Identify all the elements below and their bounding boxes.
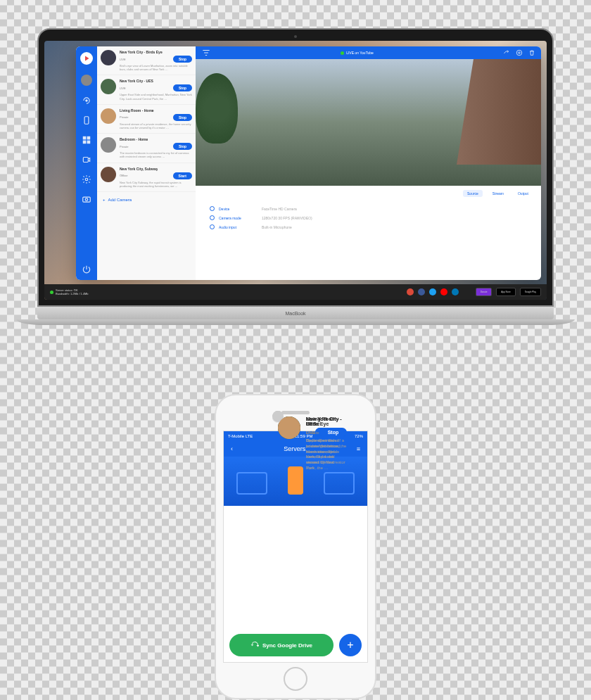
camera-title: Bedroom - Home bbox=[120, 137, 148, 141]
camera-status: Offline bbox=[120, 174, 128, 177]
add-camera-label: Add Camera bbox=[108, 198, 132, 202]
live-indicator: LIVE on YouTube bbox=[341, 51, 374, 55]
google-icon[interactable] bbox=[407, 288, 414, 295]
audio-label[interactable]: Audio input bbox=[219, 225, 258, 229]
iphone-speaker bbox=[281, 411, 310, 414]
macbook-mockup: New York City - Birds Eye LIVEStop Bird'… bbox=[37, 28, 554, 325]
iphone-body: T-Mobile LTE 11:59 PM 72% ‹ Servers ≡ Ne… bbox=[215, 394, 376, 699]
camera-desc: Upper East Side and neighborhood, Manhat… bbox=[120, 93, 192, 100]
camera-desc: Bird's eye view of Lower Manhattan, zoom… bbox=[120, 64, 192, 71]
video-preview[interactable] bbox=[196, 59, 541, 186]
camera-thumb bbox=[101, 50, 116, 65]
live-dot-icon bbox=[341, 51, 344, 55]
radio-icon[interactable] bbox=[210, 206, 215, 211]
menu-icon[interactable]: ≡ bbox=[357, 445, 360, 452]
appstore-button[interactable]: App Store bbox=[496, 288, 515, 296]
camera-thumb bbox=[101, 137, 116, 153]
camera-icon[interactable] bbox=[82, 96, 91, 106]
donate-button[interactable]: Donate bbox=[476, 288, 493, 296]
tab-stream[interactable]: Stream bbox=[488, 190, 508, 197]
device-label[interactable]: Device bbox=[219, 207, 258, 211]
macbook-display: New York City - Birds Eye LIVEStop Bird'… bbox=[44, 41, 547, 300]
row-device: DeviceFaceTime HD Camera bbox=[210, 204, 527, 213]
macbook-label: MacBook bbox=[285, 311, 305, 316]
svg-rect-6 bbox=[83, 158, 88, 163]
app-sidebar bbox=[76, 46, 97, 280]
camera-title: New York City - UES bbox=[120, 79, 153, 83]
settings-icon[interactable] bbox=[82, 174, 91, 184]
hero-phone-icon bbox=[288, 466, 303, 495]
mode-value: 1280x720 30 FPS (RAWVIDEO) bbox=[262, 216, 312, 220]
radio-icon[interactable] bbox=[210, 224, 215, 229]
camera-title: New York City, Subway bbox=[120, 167, 158, 171]
sync-label: Sync Google Drive bbox=[262, 642, 312, 649]
camera-item[interactable]: Living Room - Home PrivateStop Secured s… bbox=[97, 105, 196, 134]
svg-rect-8 bbox=[83, 197, 91, 202]
svg-point-0 bbox=[85, 99, 88, 102]
app-topbar: LIVE on YouTube bbox=[196, 46, 541, 59]
phone-camera-list: New York City - Birds Eye LIVEStop Bird'… bbox=[224, 506, 367, 628]
svg-point-7 bbox=[85, 178, 88, 181]
audio-value: Built-in Microphone bbox=[262, 225, 292, 229]
back-icon[interactable]: ‹ bbox=[231, 445, 233, 452]
camera-item[interactable]: Bedroom - Home PrivateStop The master be… bbox=[97, 134, 196, 163]
share-icon[interactable] bbox=[503, 49, 510, 56]
trash-icon[interactable] bbox=[528, 49, 535, 56]
camera-start-button[interactable]: Start bbox=[173, 172, 192, 179]
main-panel: LIVE on YouTube Source Stream Output Dev… bbox=[196, 46, 541, 280]
camera-item[interactable]: New York City - Birds Eye LIVEStop Bird'… bbox=[97, 46, 196, 75]
facebook-icon[interactable] bbox=[418, 288, 425, 295]
mode-label[interactable]: Camera mode bbox=[219, 216, 258, 220]
app-footer: Server status: OKBandwidth: 1.2Mb / 1.4M… bbox=[44, 284, 547, 300]
device-value: FaceTime HD Camera bbox=[262, 207, 297, 211]
camera-thumb bbox=[101, 108, 116, 124]
grid-icon[interactable] bbox=[82, 135, 91, 145]
app-logo[interactable] bbox=[80, 52, 93, 65]
macbook-screen-bezel: New York City - Birds Eye LIVEStop Bird'… bbox=[37, 28, 554, 307]
camera-title: New York City - Birds Eye bbox=[120, 50, 163, 54]
app-window: New York City - Birds Eye LIVEStop Bird'… bbox=[76, 46, 541, 280]
home-button[interactable] bbox=[284, 667, 307, 691]
svg-rect-2 bbox=[83, 136, 87, 140]
tab-source[interactable]: Source bbox=[463, 190, 483, 197]
header-title: Servers bbox=[284, 445, 305, 452]
phone-icon[interactable] bbox=[82, 115, 91, 125]
linkedin-icon[interactable] bbox=[452, 288, 459, 295]
add-camera-button[interactable]: +Add Camera bbox=[97, 192, 196, 208]
battery-text: 72% bbox=[355, 434, 363, 438]
youtube-icon[interactable] bbox=[440, 288, 447, 295]
camera-desc: Secured stream of a private residence, t… bbox=[120, 122, 192, 129]
macbook-camera-dot bbox=[294, 35, 297, 38]
camera-status: Private bbox=[120, 115, 128, 119]
add-button[interactable]: + bbox=[339, 634, 362, 656]
user-avatar[interactable] bbox=[81, 75, 92, 86]
snapshot-icon[interactable] bbox=[82, 194, 91, 204]
camera-status: Private bbox=[120, 145, 128, 148]
camera-stop-button[interactable]: Stop bbox=[173, 56, 192, 63]
svg-point-9 bbox=[85, 198, 88, 201]
iphone-mockup: T-Mobile LTE 11:59 PM 72% ‹ Servers ≡ Ne… bbox=[215, 394, 376, 699]
camera-item[interactable]: New York City - UES LIVEStop Upper East … bbox=[97, 75, 196, 104]
detail-tabs: Source Stream Output bbox=[196, 186, 541, 201]
camera-stop-button[interactable]: Stop bbox=[173, 143, 192, 150]
camera-desc: New York City Subway, the rapid transit … bbox=[120, 181, 192, 188]
filter-icon[interactable] bbox=[201, 48, 211, 58]
sync-google-drive-button[interactable]: Sync Google Drive bbox=[229, 634, 333, 656]
gear-icon[interactable] bbox=[516, 49, 523, 56]
svg-point-10 bbox=[519, 52, 521, 54]
svg-rect-5 bbox=[87, 141, 91, 144]
svg-point-11 bbox=[516, 50, 522, 56]
status-dot-icon bbox=[50, 291, 53, 294]
camera-stop-button[interactable]: Stop bbox=[173, 114, 192, 121]
power-icon[interactable] bbox=[82, 265, 91, 274]
record-icon[interactable] bbox=[82, 155, 91, 165]
camera-item[interactable]: New York City, Subway OfflineStart New Y… bbox=[97, 163, 196, 192]
camera-stop-button[interactable]: Stop bbox=[173, 84, 192, 91]
svg-rect-1 bbox=[84, 117, 89, 125]
camera-thumb bbox=[101, 167, 116, 182]
twitter-icon[interactable] bbox=[429, 288, 436, 295]
radio-icon[interactable] bbox=[210, 215, 215, 220]
iphone-screen: T-Mobile LTE 11:59 PM 72% ‹ Servers ≡ Ne… bbox=[223, 431, 368, 663]
tab-output[interactable]: Output bbox=[514, 190, 533, 197]
googleplay-button[interactable]: Google Play bbox=[520, 288, 541, 296]
